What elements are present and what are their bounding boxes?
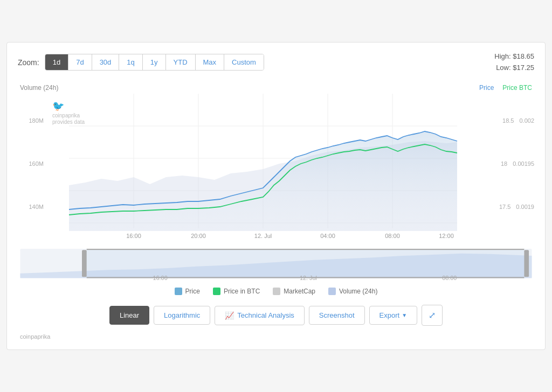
chart-body: 180M 160M 140M 🐦 coinpaprika provides da… bbox=[18, 94, 534, 244]
zoom-1d[interactable]: 1d bbox=[45, 54, 68, 70]
price-btc-label: Price BTC bbox=[502, 84, 532, 92]
svg-text:04:00: 04:00 bbox=[320, 233, 335, 239]
bottom-buttons: Linear Logarithmic 📈 Technical Analysis … bbox=[18, 305, 534, 326]
svg-text:08:00: 08:00 bbox=[385, 233, 400, 239]
main-chart: 🐦 coinpaprika provides data bbox=[46, 94, 480, 244]
linear-button[interactable]: Linear bbox=[109, 306, 149, 325]
navigator-svg: 16:00 12. Jul 08:00 bbox=[18, 249, 534, 281]
y-right-row-2: 18 0.00195 bbox=[485, 160, 534, 167]
legend-price-btc-box bbox=[213, 288, 220, 295]
legend-marketcap-label: MarketCap bbox=[284, 288, 315, 295]
zoom-1y[interactable]: 1y bbox=[143, 54, 166, 70]
y-axis-right: 18.5 0.002 18 0.00195 17.5 0.0019 bbox=[480, 94, 534, 244]
export-button[interactable]: Export ▼ bbox=[369, 306, 417, 325]
watermark: 🐦 coinpaprika provides data bbox=[52, 100, 85, 125]
zoom-left: Zoom: 1d 7d 30d 1q 1y YTD Max Custom bbox=[18, 54, 264, 71]
legend-price-btc: Price in BTC bbox=[213, 288, 260, 295]
svg-text:16:00: 16:00 bbox=[126, 233, 141, 239]
price-labels: Price Price BTC bbox=[479, 84, 532, 92]
high-stat: High: $18.65 bbox=[494, 51, 534, 62]
legend-volume-box bbox=[328, 288, 336, 295]
svg-text:08:00: 08:00 bbox=[442, 275, 457, 281]
svg-rect-18 bbox=[87, 249, 525, 278]
low-value: $17.25 bbox=[513, 64, 534, 72]
chart-svg: 16:00 20:00 12. Jul 04:00 08:00 12:00 bbox=[46, 94, 480, 244]
svg-rect-17 bbox=[524, 250, 529, 277]
zoom-1q[interactable]: 1q bbox=[119, 54, 142, 70]
legend: Price Price in BTC MarketCap Volume (24h… bbox=[18, 288, 534, 295]
expand-icon: ⤢ bbox=[429, 311, 436, 320]
legend-price-label: Price bbox=[185, 288, 200, 295]
y-left-2: 160M bbox=[18, 160, 44, 167]
chart-area: Volume (24h) Price Price BTC 180M 160M 1… bbox=[18, 84, 534, 244]
legend-price-box bbox=[175, 288, 182, 295]
zoom-30d[interactable]: 30d bbox=[92, 54, 120, 70]
y-right-price-1: 18.5 bbox=[502, 117, 514, 124]
low-label: Low: bbox=[496, 64, 510, 72]
y-left-1: 180M bbox=[18, 117, 44, 124]
svg-text:16:00: 16:00 bbox=[153, 275, 167, 281]
y-axis-left: 180M 160M 140M bbox=[18, 94, 46, 244]
legend-marketcap: MarketCap bbox=[273, 288, 315, 295]
zoom-ytd[interactable]: YTD bbox=[166, 54, 196, 70]
zoom-buttons: 1d 7d 30d 1q 1y YTD Max Custom bbox=[45, 54, 264, 71]
legend-marketcap-box bbox=[273, 288, 280, 295]
high-label: High: bbox=[494, 52, 510, 60]
screenshot-button[interactable]: Screenshot bbox=[309, 306, 365, 325]
y-right-row-1: 18.5 0.002 bbox=[485, 117, 534, 124]
navigator[interactable]: 16:00 12. Jul 08:00 bbox=[18, 249, 534, 281]
svg-text:12:00: 12:00 bbox=[439, 233, 454, 239]
logarithmic-button[interactable]: Logarithmic bbox=[154, 306, 210, 325]
svg-text:12. Jul: 12. Jul bbox=[254, 233, 272, 239]
watermark-line1: coinpaprika bbox=[52, 113, 85, 118]
footer: coinpaprika bbox=[18, 331, 534, 341]
zoom-label: Zoom: bbox=[18, 58, 39, 67]
chart-icon: 📈 bbox=[225, 311, 234, 320]
dropdown-icon: ▼ bbox=[402, 312, 407, 318]
svg-rect-16 bbox=[82, 250, 87, 277]
y-right-btc-1: 0.002 bbox=[519, 117, 534, 124]
price-label: Price bbox=[479, 84, 494, 92]
footer-brand: coinpaprika bbox=[18, 333, 50, 340]
zoom-info: High: $18.65 Low: $17.25 bbox=[494, 51, 534, 74]
legend-volume: Volume (24h) bbox=[328, 288, 377, 295]
svg-text:12. Jul: 12. Jul bbox=[300, 275, 317, 281]
zoom-custom[interactable]: Custom bbox=[224, 54, 264, 70]
expand-button[interactable]: ⤢ bbox=[422, 305, 443, 326]
y-right-price-3: 17.5 bbox=[499, 204, 510, 210]
svg-text:20:00: 20:00 bbox=[191, 233, 206, 239]
y-right-price-2: 18 bbox=[501, 160, 507, 167]
legend-volume-label: Volume (24h) bbox=[339, 288, 377, 295]
svg-rect-19 bbox=[87, 249, 525, 250]
chart-container: Zoom: 1d 7d 30d 1q 1y YTD Max Custom Hig… bbox=[6, 42, 546, 351]
zoom-7d[interactable]: 7d bbox=[68, 54, 92, 70]
high-value: $18.65 bbox=[513, 52, 534, 60]
chart-header: Volume (24h) Price Price BTC bbox=[18, 84, 534, 92]
legend-price: Price bbox=[175, 288, 200, 295]
technical-analysis-button[interactable]: 📈 Technical Analysis bbox=[215, 306, 305, 325]
y-right-row-3: 17.5 0.0019 bbox=[485, 204, 534, 210]
y-left-3: 140M bbox=[18, 204, 44, 210]
zoom-bar: Zoom: 1d 7d 30d 1q 1y YTD Max Custom Hig… bbox=[18, 51, 534, 74]
y-right-btc-2: 0.00195 bbox=[513, 160, 534, 167]
zoom-max[interactable]: Max bbox=[196, 54, 225, 70]
legend-price-btc-label: Price in BTC bbox=[224, 288, 260, 295]
y-right-btc-3: 0.0019 bbox=[516, 204, 534, 210]
volume-label: Volume (24h) bbox=[20, 84, 58, 92]
watermark-line2: provides data bbox=[52, 119, 85, 125]
low-stat: Low: $17.25 bbox=[494, 62, 534, 74]
